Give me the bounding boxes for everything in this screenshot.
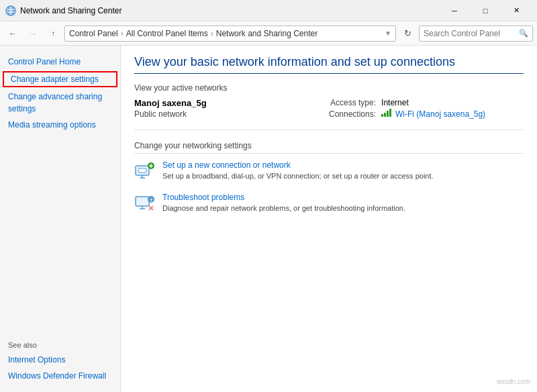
sidebar-link-media-streaming[interactable]: Media streaming options <box>0 117 120 133</box>
connections-value[interactable]: Wi-Fi (Manoj saxena_5g) <box>381 109 524 119</box>
sidebar-link-internet-options[interactable]: Internet Options <box>0 352 120 368</box>
change-networking-title: Change your networking settings <box>134 141 524 154</box>
wifi-bar-2 <box>384 113 386 117</box>
titlebar-icon <box>5 5 16 16</box>
back-button[interactable]: ← <box>4 25 21 42</box>
svg-text:?: ? <box>150 197 153 203</box>
active-networks-title: View your active networks <box>134 83 524 93</box>
search-box: 🔍 <box>419 26 533 42</box>
troubleshoot-text: Troubleshoot problems Diagnose and repai… <box>162 193 524 213</box>
see-also-title: See also <box>0 338 120 352</box>
new-connection-desc: Set up a broadband, dial-up, or VPN conn… <box>162 172 434 180</box>
network-info-row: Manoj saxena_5g Public network Access ty… <box>134 98 524 130</box>
svg-rect-6 <box>138 168 146 173</box>
breadcrumb-bar: Control Panel › All Control Panel Items … <box>64 26 396 42</box>
breadcrumb-dropdown-icon[interactable]: ▼ <box>385 30 391 37</box>
access-type-label: Access type: <box>329 98 376 107</box>
sidebar: Control Panel Home Change adapter settin… <box>0 46 121 392</box>
wifi-bar-1 <box>381 114 383 117</box>
titlebar-title: Network and Sharing Center <box>20 6 439 15</box>
svg-rect-12 <box>136 197 149 206</box>
content: View your basic network information and … <box>121 46 537 392</box>
new-connection-icon <box>134 160 156 182</box>
new-connection-item: Set up a new connection or network Set u… <box>134 160 524 182</box>
troubleshoot-desc: Diagnose and repair network problems, or… <box>162 204 405 212</box>
breadcrumb-control-panel[interactable]: Control Panel <box>69 29 118 38</box>
sidebar-link-change-advanced-sharing[interactable]: Change advanced sharing settings <box>0 89 120 117</box>
addressbar: ← → ↑ Control Panel › All Control Panel … <box>0 21 537 46</box>
troubleshoot-item: ? Troubleshoot problems Diagnose and rep… <box>134 193 524 214</box>
wifi-bar-3 <box>387 111 389 117</box>
troubleshoot-icon: ? <box>134 193 156 214</box>
titlebar: Network and Sharing Center ─ □ ✕ <box>0 0 537 21</box>
restore-button[interactable]: □ <box>470 0 501 21</box>
troubleshoot-link[interactable]: Troubleshoot problems <box>162 193 524 202</box>
wifi-icon <box>381 109 393 119</box>
forward-button[interactable]: → <box>24 25 42 42</box>
up-button[interactable]: ↑ <box>44 25 62 42</box>
search-icon: 🔍 <box>519 29 528 38</box>
sidebar-link-change-adapter-settings[interactable]: Change adapter settings <box>3 71 117 87</box>
new-connection-link[interactable]: Set up a new connection or network <box>162 160 524 170</box>
watermark: wxsdn.com <box>497 378 530 385</box>
main-layout: Control Panel Home Change adapter settin… <box>0 46 537 392</box>
new-connection-text: Set up a new connection or network Set u… <box>162 160 524 181</box>
see-also-section: See also Internet Options Windows Defend… <box>0 338 120 384</box>
network-type: Public network <box>134 109 329 119</box>
access-type-value: Internet <box>381 98 524 107</box>
breadcrumb-all-items[interactable]: All Control Panel Items <box>126 29 208 38</box>
wifi-bar-4 <box>389 109 391 117</box>
sidebar-link-windows-defender-firewall[interactable]: Windows Defender Firewall <box>0 368 120 384</box>
titlebar-controls: ─ □ ✕ <box>439 0 532 21</box>
minimize-button[interactable]: ─ <box>439 0 470 21</box>
sidebar-link-control-panel-home[interactable]: Control Panel Home <box>0 54 120 70</box>
close-button[interactable]: ✕ <box>501 0 532 21</box>
breadcrumb-current: Network and Sharing Center <box>216 29 318 38</box>
connections-label: Connections: <box>329 109 376 119</box>
network-left: Manoj saxena_5g Public network <box>134 98 329 119</box>
connections-text: Wi-Fi (Manoj saxena_5g) <box>395 109 485 119</box>
search-input[interactable] <box>424 29 519 38</box>
network-right: Access type: Internet Connections: Wi-Fi… <box>329 98 524 119</box>
refresh-button[interactable]: ↻ <box>399 25 416 42</box>
page-title: View your basic network information and … <box>134 55 524 74</box>
network-name: Manoj saxena_5g <box>134 98 329 108</box>
